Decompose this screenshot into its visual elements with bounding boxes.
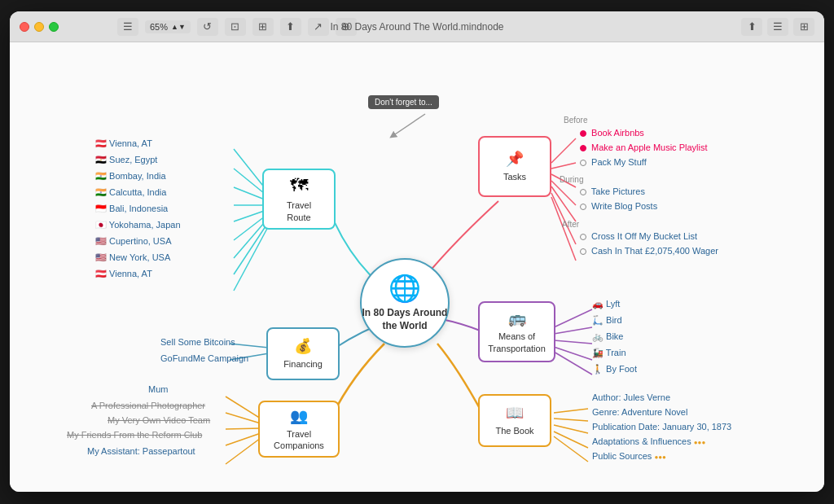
companions-node[interactable]: 👥 Travel Companions [258,401,340,458]
companion-passepartout[interactable]: My Assistant: Passepartout [87,446,195,456]
transport-box: 🚌 Means of Transportation [478,301,555,362]
image-button[interactable]: ⊞ [252,18,274,36]
before-label: Before [564,116,587,125]
task-pack-stuff[interactable]: Pack My Stuff [580,157,647,167]
svg-line-26 [554,347,592,360]
companion-video-team[interactable]: My Very Own Video Team [108,415,210,425]
transport-icon: 🚌 [508,309,526,327]
maximize-button[interactable] [49,22,59,32]
toolbar-right: ⬆ ☰ ⊞ [741,18,814,36]
route-item-bombay[interactable]: 🇮🇳 Bombay, India [95,171,166,182]
svg-line-18 [226,397,261,419]
book-box: 📖 The Book [478,394,551,447]
transport-foot[interactable]: 🚶 By Foot [592,364,637,375]
financing-bitcoins[interactable]: Sell Some Bitcoins [160,337,235,347]
sidebar-toggle-button[interactable]: ☰ [117,18,138,36]
route-item-vienna-at-2[interactable]: 🇦🇹 Vienna, AT [95,269,152,279]
map-icon: 🗺 [290,175,308,196]
traffic-lights [20,22,59,32]
route-item-cupertino[interactable]: 🇺🇸 Cupertino, USA [95,236,171,247]
transport-lyft[interactable]: 🚗 Lyft [592,299,620,309]
task-apple-music[interactable]: Make an Apple Music Playlist [580,142,708,152]
tasks-box: 📌 Tasks [478,136,551,197]
svg-line-33 [393,114,425,136]
book-author[interactable]: Author: Jules Verne [592,392,670,402]
transport-bike[interactable]: 🚲 Bike [592,331,623,342]
zoom-control[interactable]: 65% ▲▼ [145,20,191,33]
task-take-pictures[interactable]: Take Pictures [580,186,645,196]
transport-node[interactable]: 🚌 Means of Transportation [478,301,555,362]
svg-line-14 [551,193,576,244]
book-genre[interactable]: Genre: Adventure Novel [592,407,687,417]
book-adaptations[interactable]: Adaptations & Influences ●●● [592,436,705,446]
svg-line-21 [226,433,261,445]
svg-line-12 [551,181,576,205]
title-text: In 80 Days Around The World.mindnode [330,21,503,33]
after-label: After [562,220,579,229]
financing-gofundme[interactable]: GoFundMe Campaign [160,353,248,363]
task-wager[interactable]: Cash In That £2,075,400 Wager [580,246,718,256]
toolbar: ☰ 65% ▲▼ ↺ ⊡ ⊞ ⬆ ↗ ⊕ [108,18,367,36]
book-node[interactable]: 📖 The Book [478,394,551,447]
svg-line-15 [551,197,576,261]
route-item-suez[interactable]: 🇪🇬 Suez, Egypt [95,155,157,165]
transport-train[interactable]: 🚂 Train [592,348,626,358]
task-blog-posts[interactable]: Write Blog Posts [580,201,657,211]
refresh-button[interactable]: ↺ [197,18,218,36]
svg-line-10 [551,163,576,169]
svg-line-9 [551,138,576,163]
tasks-icon: 📌 [506,150,524,168]
svg-line-22 [226,438,261,464]
view-toggle-button[interactable]: ⊡ [225,18,246,36]
link-button[interactable]: ↗ [308,18,329,36]
svg-line-20 [226,428,261,429]
companions-label: Travel Companions [270,428,328,452]
svg-line-27 [554,352,592,375]
center-node[interactable]: 🌐 In 80 Days Around the World [360,258,450,348]
svg-line-29 [554,419,588,421]
list-view-button[interactable]: ☰ [767,18,788,36]
route-item-newyork[interactable]: 🇺🇸 New York, USA [95,252,170,263]
task-bucket-list[interactable]: Cross It Off My Bucket List [580,231,697,241]
financing-node[interactable]: 💰 Financing [266,327,340,380]
tooltip: Don't forget to... [368,95,439,109]
travel-route-node[interactable]: 🗺 Travel Route [262,169,336,230]
companion-photographer[interactable]: A Professional Photographer [91,401,205,410]
upload-button[interactable]: ⬆ [280,18,301,36]
svg-line-16 [230,344,269,348]
zoom-level: 65% [150,22,168,32]
task-book-airbnbs[interactable]: Book Airbnbs [580,128,644,138]
route-item-calcutta[interactable]: 🇮🇳 Calcutta, India [95,187,166,198]
center-node-box: 🌐 In 80 Days Around the World [360,258,450,348]
book-icon: 📖 [506,404,524,422]
route-item-vienna-at-1[interactable]: 🇦🇹 Vienna, AT [95,138,152,149]
filter-button[interactable]: ⊞ [793,18,814,36]
companion-mum[interactable]: Mum [148,384,168,394]
share-button[interactable]: ⬆ [741,18,762,36]
companion-reform-club[interactable]: My Friends From the Reform Club [67,430,202,440]
transport-label: Means of Transportation [488,331,546,354]
close-button[interactable] [20,22,29,32]
book-publication[interactable]: Publication Date: January 30, 1873 [592,422,731,432]
app-window: ☰ 65% ▲▼ ↺ ⊡ ⊞ ⬆ ↗ ⊕ In 80 Days Around T… [10,11,824,492]
tasks-node[interactable]: 📌 Tasks [478,136,551,197]
book-public-sources[interactable]: Public Sources ●●● [592,451,666,461]
book-label: The Book [495,425,533,436]
companions-box: 👥 Travel Companions [258,401,340,458]
svg-line-30 [554,425,588,433]
financing-label: Financing [283,358,323,370]
globe-icon: 🌐 [388,273,421,304]
travel-route-box: 🗺 Travel Route [262,169,336,230]
svg-line-19 [226,413,261,423]
svg-line-23 [554,309,592,327]
svg-line-25 [554,340,592,344]
minimize-button[interactable] [34,22,44,32]
tasks-label: Tasks [503,171,526,182]
route-item-bali[interactable]: 🇮🇩 Bali, Indonesia [95,204,168,214]
route-item-yokohama[interactable]: 🇯🇵 Yokohama, Japan [95,220,181,230]
svg-line-8 [234,226,269,291]
zoom-chevron: ▲▼ [171,23,186,31]
travel-route-label: Travel Route [274,199,324,223]
transport-bird[interactable]: 🛴 Bird [592,315,622,326]
svg-line-32 [554,436,588,462]
